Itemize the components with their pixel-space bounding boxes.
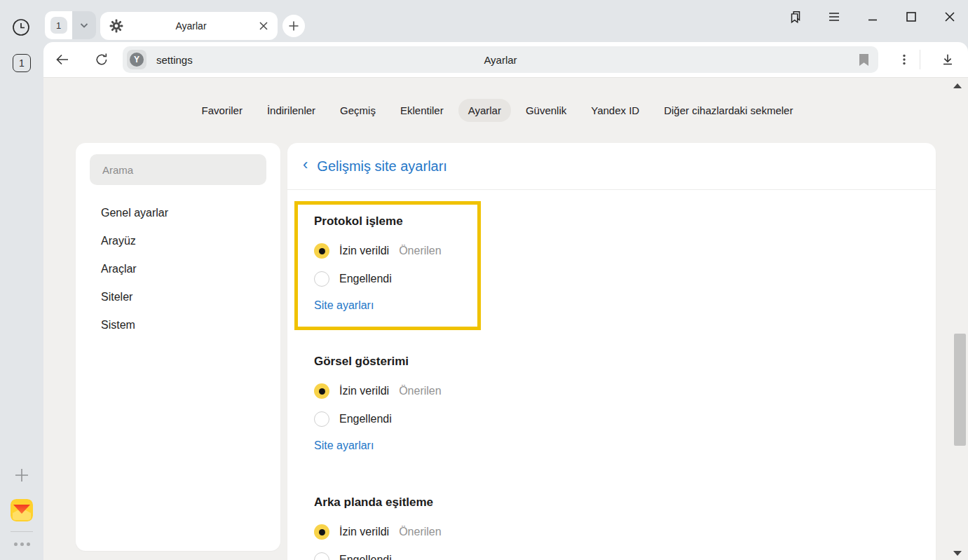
bookmarks-panel-icon[interactable] (787, 8, 804, 25)
address-bar[interactable]: Y settings Ayarlar (123, 46, 878, 73)
active-tab[interactable]: Ayarlar (100, 12, 278, 40)
radio-option-izin-verildi[interactable]: İzin verildi Önerilen (314, 518, 442, 546)
recommended-hint: Önerilen (399, 245, 441, 257)
sidebar-item-siteler[interactable]: Siteler (76, 283, 280, 311)
recommended-hint: Önerilen (399, 526, 441, 538)
settings-page: Favoriler İndirilenler Geçmiş Eklentiler… (43, 77, 968, 560)
section-gorsel-gosterimi: Görsel gösterimi İzin verildi Önerilen E… (314, 355, 442, 452)
nav-tab-indirilenler[interactable]: İndirilenler (257, 99, 325, 122)
radio-label: İzin verildi (339, 385, 389, 397)
radio-option-engellendi[interactable]: Engellendi (314, 405, 442, 433)
page-title: Ayarlar (123, 46, 878, 73)
browser-window: 1 1 (0, 0, 968, 560)
radio-unselected-icon[interactable] (314, 411, 329, 427)
radio-label: Engellendi (339, 554, 392, 560)
site-settings-link[interactable]: Site ayarları (314, 439, 374, 452)
tab-group-count[interactable]: 1 (45, 11, 72, 39)
bookmark-icon[interactable] (859, 53, 869, 69)
download-icon[interactable] (939, 51, 956, 68)
tab-title: Ayarlar (123, 20, 259, 32)
nav-tab-guvenlik[interactable]: Güvenlik (516, 99, 576, 122)
tab-group-count-badge[interactable]: 1 (50, 17, 67, 34)
advanced-site-settings-panel: ‹ Gelişmiş site ayarları Protokol işleme… (287, 143, 936, 560)
tab-group-chevron[interactable] (72, 11, 96, 39)
nav-tab-diger-cihazlar[interactable]: Diğer cihazlardaki sekmeler (654, 99, 803, 122)
sidebar-item-sistem[interactable]: Sistem (76, 311, 280, 339)
window-minimize-button[interactable] (864, 8, 881, 25)
toolbar: Y settings Ayarlar (43, 42, 968, 77)
back-to-sites-link[interactable]: ‹ Gelişmiş site ayarları (287, 143, 936, 190)
site-settings-link[interactable]: Site ayarları (314, 299, 374, 312)
scrollbar-thumb[interactable] (954, 334, 966, 446)
scrollbar-up-arrow[interactable] (953, 83, 962, 88)
radio-unselected-icon[interactable] (314, 271, 329, 287)
radio-option-izin-verildi[interactable]: İzin verildi Önerilen (314, 377, 442, 405)
radio-label: İzin verildi (339, 245, 389, 257)
radio-unselected-icon[interactable] (314, 552, 329, 560)
kebab-menu-icon[interactable] (896, 51, 913, 68)
new-tab-button[interactable] (282, 15, 305, 37)
nav-tab-ayarlar[interactable]: Ayarlar (458, 99, 511, 122)
settings-nav-tabs: Favoriler İndirilenler Geçmiş Eklentiler… (43, 99, 951, 122)
highlight-box: Protokol işleme İzin verildi Önerilen En… (294, 201, 481, 330)
section-title: Protokol işleme (314, 214, 477, 230)
scrollbar-down-arrow[interactable] (953, 551, 962, 556)
sidebar-item-genel-ayarlar[interactable]: Genel ayarlar (76, 199, 280, 227)
rail-more-icon[interactable] (12, 540, 32, 547)
tab-strip: 1 (43, 0, 968, 42)
reload-icon[interactable] (93, 51, 110, 68)
nav-tab-eklentiler[interactable]: Eklentiler (390, 99, 454, 122)
section-arka-planda-esitleme: Arka planda eşitleme İzin verildi Öneril… (314, 496, 442, 560)
radio-selected-icon[interactable] (314, 383, 329, 399)
radio-option-engellendi[interactable]: Engellendi (314, 265, 477, 293)
left-rail: 1 (0, 0, 43, 560)
recommended-hint: Önerilen (399, 385, 441, 397)
back-icon[interactable] (54, 51, 71, 68)
radio-option-izin-verildi[interactable]: İzin verildi Önerilen (314, 237, 477, 265)
nav-tab-favoriler[interactable]: Favoriler (192, 99, 252, 122)
nav-tab-gecmis[interactable]: Geçmiş (330, 99, 386, 122)
radio-label: Engellendi (339, 413, 392, 425)
sidebar-item-arayuz[interactable]: Arayüz (76, 227, 280, 255)
tab-close-icon[interactable] (259, 21, 268, 31)
panel-title: Gelişmiş site ayarları (317, 158, 447, 175)
rail-divider (11, 531, 33, 532)
tab-group-pill[interactable]: 1 (45, 11, 96, 39)
radio-selected-icon[interactable] (314, 243, 329, 259)
history-clock-icon[interactable] (11, 18, 31, 37)
window-close-button[interactable] (941, 8, 958, 25)
gear-icon (109, 19, 123, 33)
section-title: Arka planda eşitleme (314, 496, 442, 511)
tab-counter-badge[interactable]: 1 (13, 54, 31, 72)
sidebar-item-araclar[interactable]: Araçlar (76, 255, 280, 283)
yandex-mail-icon[interactable] (11, 499, 33, 521)
menu-hamburger-icon[interactable] (826, 8, 843, 25)
radio-selected-icon[interactable] (314, 524, 329, 540)
radio-option-engellendi[interactable]: Engellendi (314, 546, 442, 560)
nav-tab-yandex-id[interactable]: Yandex ID (581, 99, 649, 122)
window-maximize-button[interactable] (903, 8, 920, 25)
settings-sidebar-items: Genel ayarlar Arayüz Araçlar Siteler Sis… (76, 199, 280, 339)
search-input[interactable] (90, 154, 266, 185)
back-chevron-icon: ‹ (303, 157, 308, 172)
section-protokol-isleme: Protokol işleme İzin verildi Önerilen En… (298, 205, 477, 312)
toolbar-divider (920, 50, 920, 69)
radio-label: Engellendi (339, 273, 392, 285)
settings-sidebar: Genel ayarlar Arayüz Araçlar Siteler Sis… (76, 143, 280, 551)
section-title: Görsel gösterimi (314, 355, 442, 370)
radio-label: İzin verildi (339, 526, 389, 538)
rail-add-icon[interactable] (13, 467, 30, 484)
